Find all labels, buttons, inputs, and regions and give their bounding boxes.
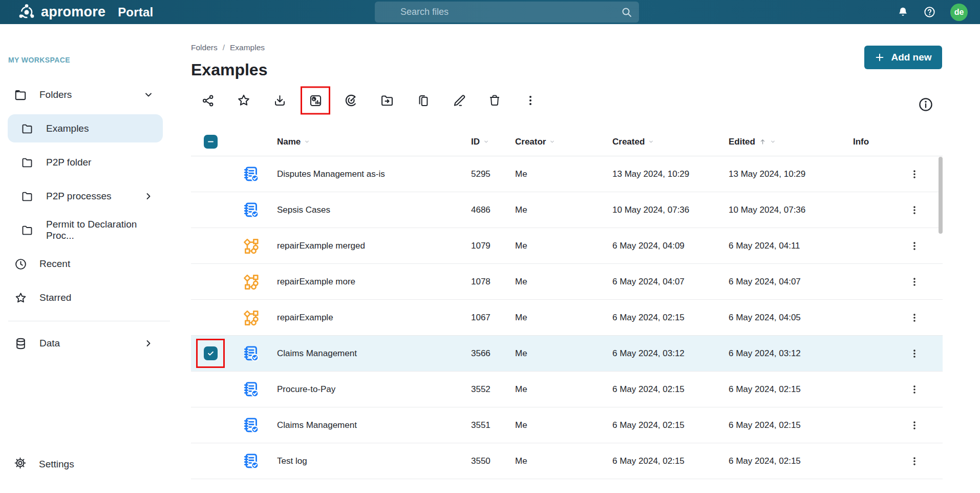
share-icon[interactable]: [197, 87, 219, 114]
folder-info-icon[interactable]: [918, 96, 934, 113]
delete-icon[interactable]: [483, 87, 506, 114]
sidebar-item-settings[interactable]: Settings: [0, 450, 163, 479]
star-icon[interactable]: [232, 87, 255, 114]
item-name[interactable]: Disputes Management as-is: [277, 169, 471, 179]
chevron-down-icon[interactable]: [143, 90, 154, 100]
sidebar-divider: [8, 321, 170, 321]
sidebar-item-label: P2P folder: [46, 157, 91, 168]
chevron-down-icon: [549, 139, 555, 145]
notifications-bell-icon[interactable]: [897, 6, 909, 18]
item-id: 3550: [471, 456, 515, 466]
column-header-created[interactable]: Created: [612, 137, 729, 147]
row-checkbox-cell: [191, 300, 236, 335]
item-name[interactable]: Claims Management: [277, 348, 471, 359]
row-checkbox-cell: [191, 336, 236, 371]
item-creator: Me: [515, 384, 612, 395]
table-row[interactable]: repairExample merged 1079 Me 6 May 2024,…: [191, 228, 943, 264]
add-new-button[interactable]: Add new: [864, 46, 942, 69]
edit-icon[interactable]: [448, 87, 470, 114]
sidebar-item-recent[interactable]: Recent: [0, 247, 163, 281]
breadcrumb-folders[interactable]: Folders: [191, 43, 218, 52]
column-header-edited[interactable]: Edited: [729, 137, 853, 147]
item-edited: 13 May 2024, 10:29: [729, 169, 853, 179]
table-row[interactable]: Sepsis Cases 4686 Me 10 May 2024, 07:36 …: [191, 192, 943, 228]
item-name[interactable]: Sepsis Cases: [277, 205, 471, 215]
copy-icon[interactable]: [412, 87, 434, 114]
table-row[interactable]: repairExample more 1078 Me 6 May 2024, 0…: [191, 264, 943, 300]
sidebar-item-starred[interactable]: Starred: [0, 281, 163, 315]
table-row[interactable]: Claims Management 3551 Me 6 May 2024, 02…: [191, 407, 943, 443]
item-edited: 6 May 2024, 03:12: [729, 348, 853, 359]
item-name[interactable]: Procure-to-Pay: [277, 384, 471, 395]
item-created: 10 May 2024, 07:36: [612, 205, 729, 215]
clock-icon: [14, 257, 27, 271]
column-header-id[interactable]: ID: [471, 137, 515, 147]
row-actions-menu-icon[interactable]: [904, 379, 925, 400]
analyze-chart-icon[interactable]: [304, 87, 327, 114]
item-id: 1079: [471, 241, 515, 251]
table-scrollbar[interactable]: [939, 157, 943, 234]
select-all-checkbox[interactable]: [204, 135, 218, 149]
row-actions-menu-icon[interactable]: [904, 200, 925, 220]
row-actions-menu-icon[interactable]: [904, 164, 925, 184]
row-actions-menu-icon[interactable]: [904, 415, 925, 436]
help-icon[interactable]: [923, 6, 936, 18]
dashboard-icon[interactable]: [340, 87, 363, 114]
table-row[interactable]: Procure-to-Pay 3552 Me 6 May 2024, 02:15…: [191, 372, 943, 407]
item-name[interactable]: Claims Management: [277, 420, 471, 430]
row-actions-menu-icon[interactable]: [904, 272, 925, 292]
item-edited: 6 May 2024, 04:07: [729, 277, 853, 287]
sidebar-item-permit-to-declaration[interactable]: Permit to Declaration Proc...: [0, 213, 163, 247]
table-row[interactable]: Claims Management 3566 Me 6 May 2024, 03…: [191, 336, 943, 372]
column-header-name[interactable]: Name: [277, 137, 471, 147]
row-checkbox-cell: [191, 372, 236, 407]
folder-icon: [20, 122, 34, 135]
item-edited: 10 May 2024, 07:36: [729, 205, 853, 215]
item-edited: 6 May 2024, 04:05: [729, 313, 853, 323]
sidebar-item-label: Starred: [39, 292, 71, 303]
column-header-creator[interactable]: Creator: [515, 137, 612, 147]
table-row[interactable]: repairExample 1067 Me 6 May 2024, 02:15 …: [191, 300, 943, 336]
user-avatar[interactable]: de: [950, 4, 968, 21]
item-creator: Me: [515, 241, 612, 251]
main-content: Add new Folders / Examples Examples: [178, 24, 980, 493]
item-id: 1067: [471, 313, 515, 323]
row-checkbox[interactable]: [204, 346, 218, 360]
item-name[interactable]: repairExample more: [277, 277, 471, 287]
chevron-right-icon[interactable]: [143, 338, 154, 348]
table-row[interactable]: Disputes Management as-is 5295 Me 13 May…: [191, 156, 943, 192]
sidebar-item-data[interactable]: Data: [0, 326, 163, 360]
sidebar-item-label: Folders: [39, 89, 72, 100]
search-icon[interactable]: [621, 6, 633, 18]
sidebar-item-p2p-processes[interactable]: P2P processes: [0, 179, 163, 213]
row-actions-menu-icon[interactable]: [904, 236, 925, 256]
row-actions-menu-icon[interactable]: [904, 451, 925, 471]
item-name[interactable]: repairExample merged: [277, 241, 471, 251]
sidebar-item-folders[interactable]: Folders: [0, 78, 163, 112]
row-actions-menu-icon[interactable]: [904, 307, 925, 328]
row-checkbox-cell: [191, 443, 236, 479]
search-input[interactable]: [375, 2, 639, 23]
more-actions-icon[interactable]: [519, 87, 542, 114]
sidebar-item-p2p-folder[interactable]: P2P folder: [0, 146, 163, 179]
item-id: 4686: [471, 205, 515, 215]
download-icon[interactable]: [268, 87, 291, 114]
item-edited: 6 May 2024, 02:15: [729, 384, 853, 395]
item-id: 1078: [471, 277, 515, 287]
header-actions: de: [897, 0, 980, 24]
chevron-down-icon: [648, 139, 654, 145]
breadcrumb-current[interactable]: Examples: [230, 43, 265, 52]
row-checkbox-cell: [191, 228, 236, 263]
sort-ascending-icon: [759, 138, 766, 146]
item-name[interactable]: repairExample: [277, 313, 471, 323]
item-creator: Me: [515, 169, 612, 179]
row-checkbox-cell: [191, 407, 236, 443]
item-name[interactable]: Test log: [277, 456, 471, 466]
log-icon: [242, 452, 260, 470]
table-row[interactable]: Test log 3550 Me 6 May 2024, 02:15 6 May…: [191, 443, 943, 479]
brand-name: apromore: [41, 4, 105, 20]
row-actions-menu-icon[interactable]: [904, 343, 925, 364]
chevron-right-icon[interactable]: [143, 191, 154, 201]
move-to-folder-icon[interactable]: [376, 87, 398, 114]
sidebar-item-examples[interactable]: Examples: [8, 114, 163, 142]
